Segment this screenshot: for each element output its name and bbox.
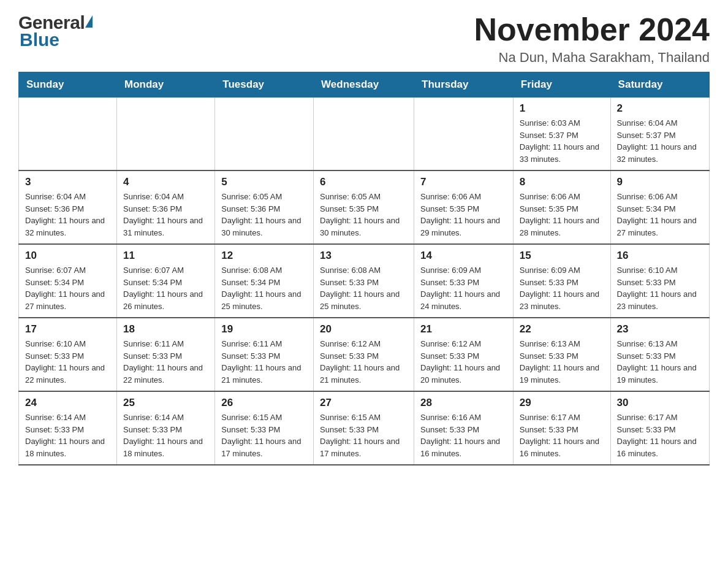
calendar-cell: 24Sunrise: 6:14 AMSunset: 5:33 PMDayligh… [19,391,117,465]
day-info: Sunrise: 6:06 AMSunset: 5:35 PMDaylight:… [420,191,507,239]
calendar-week-row: 17Sunrise: 6:10 AMSunset: 5:33 PMDayligh… [19,318,710,391]
day-number: 14 [420,250,507,262]
day-info: Sunrise: 6:09 AMSunset: 5:33 PMDaylight:… [420,264,507,312]
calendar-cell: 15Sunrise: 6:09 AMSunset: 5:33 PMDayligh… [513,244,610,318]
day-number: 11 [123,250,208,262]
day-info: Sunrise: 6:07 AMSunset: 5:34 PMDaylight:… [25,264,110,312]
day-info: Sunrise: 6:13 AMSunset: 5:33 PMDaylight:… [520,338,604,386]
calendar-cell: 8Sunrise: 6:06 AMSunset: 5:35 PMDaylight… [513,170,610,244]
day-number: 13 [320,250,408,262]
calendar-header-row: SundayMondayTuesdayWednesdayThursdayFrid… [19,72,710,98]
day-info: Sunrise: 6:13 AMSunset: 5:33 PMDaylight:… [617,338,703,386]
day-number: 7 [420,176,507,188]
day-info: Sunrise: 6:03 AMSunset: 5:37 PMDaylight:… [520,117,604,165]
day-number: 21 [420,323,507,335]
calendar-cell: 22Sunrise: 6:13 AMSunset: 5:33 PMDayligh… [513,318,610,391]
weekday-header-saturday: Saturday [610,72,709,98]
day-number: 24 [25,397,110,409]
day-info: Sunrise: 6:07 AMSunset: 5:34 PMDaylight:… [123,264,208,312]
calendar-cell: 26Sunrise: 6:15 AMSunset: 5:33 PMDayligh… [215,391,314,465]
day-number: 1 [520,102,604,115]
day-number: 20 [320,323,408,335]
logo-blue-text: Blue [18,29,59,50]
calendar-week-row: 1Sunrise: 6:03 AMSunset: 5:37 PMDaylight… [19,98,710,171]
day-number: 19 [221,323,307,335]
day-number: 27 [320,397,408,409]
day-info: Sunrise: 6:16 AMSunset: 5:33 PMDaylight:… [420,412,507,459]
day-number: 5 [221,176,307,188]
calendar-week-row: 24Sunrise: 6:14 AMSunset: 5:33 PMDayligh… [19,391,710,465]
calendar-cell: 29Sunrise: 6:17 AMSunset: 5:33 PMDayligh… [513,391,610,465]
day-info: Sunrise: 6:14 AMSunset: 5:33 PMDaylight:… [123,412,208,459]
calendar-cell: 3Sunrise: 6:04 AMSunset: 5:36 PMDaylight… [19,170,117,244]
calendar-cell [19,98,117,171]
calendar-cell: 10Sunrise: 6:07 AMSunset: 5:34 PMDayligh… [19,244,117,318]
day-info: Sunrise: 6:08 AMSunset: 5:34 PMDaylight:… [221,264,307,312]
calendar-cell: 17Sunrise: 6:10 AMSunset: 5:33 PMDayligh… [19,318,117,391]
day-info: Sunrise: 6:04 AMSunset: 5:37 PMDaylight:… [617,117,703,165]
calendar-cell: 1Sunrise: 6:03 AMSunset: 5:37 PMDaylight… [513,98,610,171]
calendar-week-row: 3Sunrise: 6:04 AMSunset: 5:36 PMDaylight… [19,170,710,244]
day-info: Sunrise: 6:04 AMSunset: 5:36 PMDaylight:… [25,191,110,239]
day-number: 30 [617,397,703,409]
logo-arrow-icon [85,15,93,28]
calendar-cell: 18Sunrise: 6:11 AMSunset: 5:33 PMDayligh… [117,318,215,391]
day-number: 15 [520,250,604,262]
page-header: General Blue November 2024 Na Dun, Maha … [18,12,710,66]
calendar-title: November 2024 [474,12,710,47]
day-number: 10 [25,250,110,262]
weekday-header-friday: Friday [513,72,610,98]
day-info: Sunrise: 6:09 AMSunset: 5:33 PMDaylight:… [520,264,604,312]
title-section: November 2024 Na Dun, Maha Sarakham, Tha… [474,12,710,66]
weekday-header-thursday: Thursday [414,72,514,98]
logo: General Blue [18,12,93,50]
day-info: Sunrise: 6:08 AMSunset: 5:33 PMDaylight:… [320,264,408,312]
day-number: 28 [420,397,507,409]
calendar-week-row: 10Sunrise: 6:07 AMSunset: 5:34 PMDayligh… [19,244,710,318]
day-number: 8 [520,176,604,188]
day-info: Sunrise: 6:12 AMSunset: 5:33 PMDaylight:… [420,338,507,386]
day-info: Sunrise: 6:15 AMSunset: 5:33 PMDaylight:… [221,412,307,459]
calendar-table: SundayMondayTuesdayWednesdayThursdayFrid… [18,72,710,465]
calendar-cell: 23Sunrise: 6:13 AMSunset: 5:33 PMDayligh… [610,318,709,391]
calendar-cell: 28Sunrise: 6:16 AMSunset: 5:33 PMDayligh… [414,391,514,465]
day-info: Sunrise: 6:04 AMSunset: 5:36 PMDaylight:… [123,191,208,239]
day-info: Sunrise: 6:17 AMSunset: 5:33 PMDaylight:… [617,412,703,459]
day-number: 26 [221,397,307,409]
calendar-cell: 12Sunrise: 6:08 AMSunset: 5:34 PMDayligh… [215,244,314,318]
day-info: Sunrise: 6:06 AMSunset: 5:35 PMDaylight:… [520,191,604,239]
day-number: 2 [617,102,703,115]
day-number: 16 [617,250,703,262]
day-number: 12 [221,250,307,262]
weekday-header-wednesday: Wednesday [314,72,414,98]
calendar-cell [414,98,514,171]
day-info: Sunrise: 6:12 AMSunset: 5:33 PMDaylight:… [320,338,408,386]
calendar-cell: 13Sunrise: 6:08 AMSunset: 5:33 PMDayligh… [314,244,414,318]
calendar-cell: 6Sunrise: 6:05 AMSunset: 5:35 PMDaylight… [314,170,414,244]
day-info: Sunrise: 6:14 AMSunset: 5:33 PMDaylight:… [25,412,110,459]
day-number: 17 [25,323,110,335]
day-info: Sunrise: 6:15 AMSunset: 5:33 PMDaylight:… [320,412,408,459]
calendar-cell: 9Sunrise: 6:06 AMSunset: 5:34 PMDaylight… [610,170,709,244]
day-number: 9 [617,176,703,188]
weekday-header-sunday: Sunday [19,72,117,98]
calendar-cell: 5Sunrise: 6:05 AMSunset: 5:36 PMDaylight… [215,170,314,244]
calendar-cell [314,98,414,171]
weekday-header-tuesday: Tuesday [215,72,314,98]
day-number: 18 [123,323,208,335]
day-number: 3 [25,176,110,188]
day-info: Sunrise: 6:06 AMSunset: 5:34 PMDaylight:… [617,191,703,239]
day-info: Sunrise: 6:11 AMSunset: 5:33 PMDaylight:… [123,338,208,386]
day-number: 23 [617,323,703,335]
day-info: Sunrise: 6:05 AMSunset: 5:35 PMDaylight:… [320,191,408,239]
calendar-cell: 27Sunrise: 6:15 AMSunset: 5:33 PMDayligh… [314,391,414,465]
day-info: Sunrise: 6:10 AMSunset: 5:33 PMDaylight:… [617,264,703,312]
day-number: 25 [123,397,208,409]
weekday-header-monday: Monday [117,72,215,98]
calendar-cell: 2Sunrise: 6:04 AMSunset: 5:37 PMDaylight… [610,98,709,171]
calendar-subtitle: Na Dun, Maha Sarakham, Thailand [474,50,710,66]
calendar-cell [117,98,215,171]
day-number: 22 [520,323,604,335]
calendar-cell: 4Sunrise: 6:04 AMSunset: 5:36 PMDaylight… [117,170,215,244]
day-info: Sunrise: 6:11 AMSunset: 5:33 PMDaylight:… [221,338,307,386]
